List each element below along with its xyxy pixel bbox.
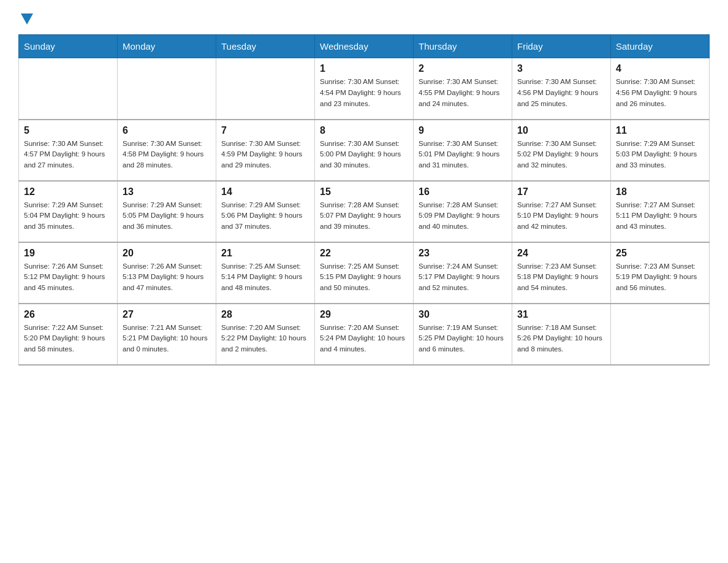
calendar-cell: 24Sunrise: 7:23 AM Sunset: 5:18 PM Dayli… [512, 242, 611, 304]
day-info: Sunrise: 7:30 AM Sunset: 4:56 PM Dayligh… [517, 77, 605, 109]
day-number: 23 [419, 248, 507, 259]
calendar-cell: 10Sunrise: 7:30 AM Sunset: 5:02 PM Dayli… [512, 120, 611, 181]
calendar-cell: 28Sunrise: 7:20 AM Sunset: 5:22 PM Dayli… [216, 304, 315, 365]
day-info: Sunrise: 7:29 AM Sunset: 5:03 PM Dayligh… [616, 139, 704, 171]
day-number: 28 [221, 309, 309, 320]
day-number: 6 [123, 125, 211, 136]
calendar-cell: 3Sunrise: 7:30 AM Sunset: 4:56 PM Daylig… [512, 58, 611, 120]
day-info: Sunrise: 7:30 AM Sunset: 4:57 PM Dayligh… [24, 139, 112, 171]
column-header-sunday: Sunday [19, 35, 118, 58]
logo [18, 12, 33, 23]
calendar-cell: 4Sunrise: 7:30 AM Sunset: 4:56 PM Daylig… [611, 58, 710, 120]
column-header-friday: Friday [512, 35, 611, 58]
day-number: 24 [517, 248, 605, 259]
calendar-week-row: 1Sunrise: 7:30 AM Sunset: 4:54 PM Daylig… [19, 58, 710, 120]
day-number: 7 [221, 125, 309, 136]
day-info: Sunrise: 7:26 AM Sunset: 5:12 PM Dayligh… [24, 261, 112, 294]
day-info: Sunrise: 7:30 AM Sunset: 4:56 PM Dayligh… [616, 77, 704, 109]
calendar-cell: 22Sunrise: 7:25 AM Sunset: 5:15 PM Dayli… [315, 242, 414, 304]
calendar-cell: 19Sunrise: 7:26 AM Sunset: 5:12 PM Dayli… [19, 242, 118, 304]
calendar-cell [118, 58, 216, 120]
day-number: 29 [320, 309, 408, 320]
day-info: Sunrise: 7:29 AM Sunset: 5:06 PM Dayligh… [221, 200, 309, 232]
day-number: 12 [24, 186, 112, 197]
calendar-cell: 6Sunrise: 7:30 AM Sunset: 4:58 PM Daylig… [118, 120, 216, 181]
day-number: 11 [616, 125, 704, 136]
calendar-cell [19, 58, 118, 120]
day-info: Sunrise: 7:23 AM Sunset: 5:19 PM Dayligh… [616, 261, 704, 294]
calendar-cell: 15Sunrise: 7:28 AM Sunset: 5:07 PM Dayli… [315, 181, 414, 242]
calendar-cell: 14Sunrise: 7:29 AM Sunset: 5:06 PM Dayli… [216, 181, 315, 242]
day-number: 31 [517, 309, 605, 320]
day-number: 21 [221, 248, 309, 259]
calendar-cell: 21Sunrise: 7:25 AM Sunset: 5:14 PM Dayli… [216, 242, 315, 304]
day-info: Sunrise: 7:30 AM Sunset: 4:54 PM Dayligh… [320, 77, 408, 109]
calendar-cell: 20Sunrise: 7:26 AM Sunset: 5:13 PM Dayli… [118, 242, 216, 304]
day-number: 20 [123, 248, 211, 259]
page-header [18, 12, 710, 23]
calendar-cell: 16Sunrise: 7:28 AM Sunset: 5:09 PM Dayli… [414, 181, 512, 242]
column-header-tuesday: Tuesday [216, 35, 315, 58]
calendar-cell: 18Sunrise: 7:27 AM Sunset: 5:11 PM Dayli… [611, 181, 710, 242]
column-header-monday: Monday [118, 35, 216, 58]
day-number: 26 [24, 309, 112, 320]
day-number: 25 [616, 248, 704, 259]
day-info: Sunrise: 7:23 AM Sunset: 5:18 PM Dayligh… [517, 261, 605, 294]
day-info: Sunrise: 7:30 AM Sunset: 4:55 PM Dayligh… [419, 77, 507, 109]
day-info: Sunrise: 7:30 AM Sunset: 5:01 PM Dayligh… [419, 139, 507, 171]
calendar-cell: 8Sunrise: 7:30 AM Sunset: 5:00 PM Daylig… [315, 120, 414, 181]
day-info: Sunrise: 7:27 AM Sunset: 5:10 PM Dayligh… [517, 200, 605, 232]
day-info: Sunrise: 7:21 AM Sunset: 5:21 PM Dayligh… [123, 323, 211, 355]
calendar-cell: 17Sunrise: 7:27 AM Sunset: 5:10 PM Dayli… [512, 181, 611, 242]
day-info: Sunrise: 7:25 AM Sunset: 5:14 PM Dayligh… [221, 261, 309, 294]
calendar-week-row: 26Sunrise: 7:22 AM Sunset: 5:20 PM Dayli… [19, 304, 710, 365]
calendar-cell [611, 304, 710, 365]
logo-triangle-icon [21, 13, 33, 25]
day-number: 14 [221, 186, 309, 197]
day-number: 17 [517, 186, 605, 197]
calendar-cell: 13Sunrise: 7:29 AM Sunset: 5:05 PM Dayli… [118, 181, 216, 242]
calendar-cell: 23Sunrise: 7:24 AM Sunset: 5:17 PM Dayli… [414, 242, 512, 304]
day-number: 16 [419, 186, 507, 197]
day-number: 13 [123, 186, 211, 197]
day-info: Sunrise: 7:29 AM Sunset: 5:04 PM Dayligh… [24, 200, 112, 232]
day-number: 5 [24, 125, 112, 136]
column-header-saturday: Saturday [611, 35, 710, 58]
calendar-cell: 31Sunrise: 7:18 AM Sunset: 5:26 PM Dayli… [512, 304, 611, 365]
day-number: 4 [616, 63, 704, 74]
calendar-cell: 30Sunrise: 7:19 AM Sunset: 5:25 PM Dayli… [414, 304, 512, 365]
day-info: Sunrise: 7:26 AM Sunset: 5:13 PM Dayligh… [123, 261, 211, 294]
calendar-week-row: 12Sunrise: 7:29 AM Sunset: 5:04 PM Dayli… [19, 181, 710, 242]
day-number: 27 [123, 309, 211, 320]
header-row: SundayMondayTuesdayWednesdayThursdayFrid… [19, 35, 710, 58]
day-number: 1 [320, 63, 408, 74]
calendar-cell: 5Sunrise: 7:30 AM Sunset: 4:57 PM Daylig… [19, 120, 118, 181]
day-info: Sunrise: 7:25 AM Sunset: 5:15 PM Dayligh… [320, 261, 408, 294]
calendar-cell: 1Sunrise: 7:30 AM Sunset: 4:54 PM Daylig… [315, 58, 414, 120]
calendar-cell: 7Sunrise: 7:30 AM Sunset: 4:59 PM Daylig… [216, 120, 315, 181]
calendar-cell: 29Sunrise: 7:20 AM Sunset: 5:24 PM Dayli… [315, 304, 414, 365]
day-info: Sunrise: 7:30 AM Sunset: 4:58 PM Dayligh… [123, 139, 211, 171]
calendar-cell: 25Sunrise: 7:23 AM Sunset: 5:19 PM Dayli… [611, 242, 710, 304]
calendar-cell: 27Sunrise: 7:21 AM Sunset: 5:21 PM Dayli… [118, 304, 216, 365]
day-info: Sunrise: 7:30 AM Sunset: 5:02 PM Dayligh… [517, 139, 605, 171]
day-info: Sunrise: 7:19 AM Sunset: 5:25 PM Dayligh… [419, 323, 507, 355]
calendar-cell: 26Sunrise: 7:22 AM Sunset: 5:20 PM Dayli… [19, 304, 118, 365]
day-number: 8 [320, 125, 408, 136]
day-number: 9 [419, 125, 507, 136]
day-number: 15 [320, 186, 408, 197]
day-number: 22 [320, 248, 408, 259]
column-header-thursday: Thursday [414, 35, 512, 58]
day-info: Sunrise: 7:18 AM Sunset: 5:26 PM Dayligh… [517, 323, 605, 355]
calendar-cell: 9Sunrise: 7:30 AM Sunset: 5:01 PM Daylig… [414, 120, 512, 181]
calendar-table: SundayMondayTuesdayWednesdayThursdayFrid… [18, 34, 710, 366]
day-info: Sunrise: 7:22 AM Sunset: 5:20 PM Dayligh… [24, 323, 112, 355]
day-info: Sunrise: 7:24 AM Sunset: 5:17 PM Dayligh… [419, 261, 507, 294]
day-info: Sunrise: 7:20 AM Sunset: 5:24 PM Dayligh… [320, 323, 408, 355]
column-header-wednesday: Wednesday [315, 35, 414, 58]
calendar-cell: 12Sunrise: 7:29 AM Sunset: 5:04 PM Dayli… [19, 181, 118, 242]
calendar-week-row: 19Sunrise: 7:26 AM Sunset: 5:12 PM Dayli… [19, 242, 710, 304]
calendar-cell: 2Sunrise: 7:30 AM Sunset: 4:55 PM Daylig… [414, 58, 512, 120]
calendar-week-row: 5Sunrise: 7:30 AM Sunset: 4:57 PM Daylig… [19, 120, 710, 181]
day-info: Sunrise: 7:20 AM Sunset: 5:22 PM Dayligh… [221, 323, 309, 355]
